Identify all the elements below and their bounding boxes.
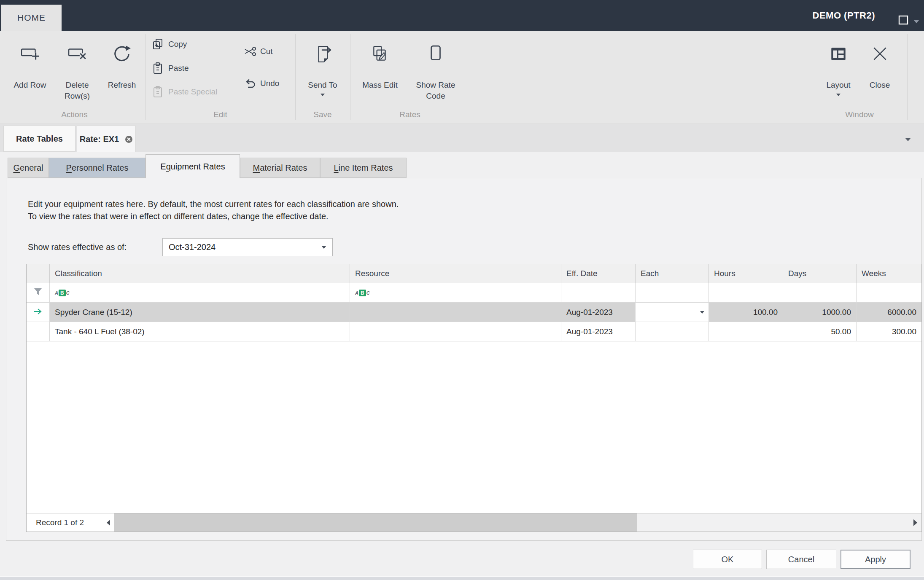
cell-each[interactable]	[636, 322, 709, 341]
copy-label: Copy	[168, 40, 187, 49]
scrollbar-thumb[interactable]	[114, 513, 637, 532]
filter-cell-days[interactable]	[783, 283, 857, 303]
filter-cell-each[interactable]	[636, 283, 709, 303]
tab-line-item-rates[interactable]: Line Item Rates	[320, 158, 407, 178]
window-restore-icon[interactable]	[898, 15, 908, 27]
layout-label: Layout	[826, 80, 850, 91]
filter-cell-resource[interactable]: ABC	[350, 283, 561, 303]
cell-classification[interactable]: Spyder Crane (15-12)	[50, 303, 350, 322]
record-status: Record 1 of 2	[27, 513, 102, 532]
col-header-days[interactable]: Days	[783, 264, 857, 283]
ok-button[interactable]: OK	[693, 550, 762, 569]
refresh-button[interactable]: Refresh	[101, 34, 143, 107]
tab-personnel-rates[interactable]: Personnel Rates	[49, 158, 145, 178]
close-button[interactable]: Close	[859, 34, 901, 107]
cell-eff-date[interactable]: Aug-01-2023	[561, 322, 636, 341]
tab-label-segment: q	[166, 162, 171, 172]
tab-label-segment: eneral	[20, 163, 43, 173]
grid-corner-cell	[27, 264, 50, 283]
effective-date-value: Oct-31-2024	[169, 242, 216, 252]
text-filter-abc-icon[interactable]: ABC	[55, 290, 70, 296]
col-header-resource[interactable]: Resource	[350, 264, 561, 283]
refresh-icon	[112, 44, 132, 64]
tab-general[interactable]: General	[8, 158, 49, 178]
cell-days[interactable]: 50.00	[783, 322, 857, 341]
mass-edit-button[interactable]: Mass Edit	[356, 34, 404, 107]
filter-cell-eff-date[interactable]	[561, 283, 636, 303]
cell-weeks[interactable]: 300.00	[857, 322, 921, 341]
scroll-right-icon[interactable]	[913, 519, 917, 526]
col-header-classification[interactable]: Classification	[50, 264, 350, 283]
show-rate-code-button[interactable]: Show Rate Code	[406, 34, 466, 107]
doc-tab-rate-ex1-label: Rate: EX1	[80, 134, 119, 144]
ribbon-separator	[145, 34, 146, 120]
send-to-label: Send To	[308, 80, 337, 91]
filter-cell-hours[interactable]	[709, 283, 783, 303]
abc-letter: B	[59, 290, 66, 296]
close-icon	[870, 44, 889, 64]
ribbon: Add Row Delete Row(s) Refresh Actions	[0, 31, 924, 124]
horizontal-scrollbar[interactable]	[114, 513, 921, 532]
cell-each[interactable]	[636, 303, 709, 322]
paste-button[interactable]: Paste	[152, 61, 189, 75]
doc-tabs-caret-icon[interactable]	[905, 138, 911, 141]
send-to-caret-icon	[321, 94, 325, 96]
ribbon-group-window: Window	[812, 109, 907, 120]
layout-button[interactable]: Layout	[815, 34, 862, 107]
filter-cell-weeks[interactable]	[857, 283, 921, 303]
paste-special-icon	[152, 86, 164, 98]
undo-icon	[244, 77, 256, 90]
apply-button[interactable]: Apply	[840, 550, 911, 569]
cell-hours[interactable]	[709, 322, 783, 341]
each-dropdown-editor[interactable]	[636, 303, 708, 322]
dialog-footer: OK Cancel Apply	[0, 541, 924, 576]
add-row-button[interactable]: Add Row	[6, 34, 54, 107]
nav-prev-button[interactable]	[102, 513, 114, 532]
delete-rows-button[interactable]: Delete Row(s)	[54, 34, 101, 107]
tab-label-segment: ersonnel Rates	[72, 163, 129, 173]
table-row[interactable]: Spyder Crane (15-12) Aug-01-2023 100.00 …	[27, 303, 921, 322]
doc-tab-rate-ex1[interactable]: Rate: EX1	[77, 126, 136, 152]
col-header-eff-date[interactable]: Eff. Date	[561, 264, 636, 283]
cell-resource[interactable]	[350, 303, 561, 322]
combo-caret-icon	[321, 246, 326, 249]
refresh-label: Refresh	[108, 80, 136, 91]
doc-tab-rate-tables[interactable]: Rate Tables	[3, 126, 75, 152]
copy-icon	[152, 38, 164, 51]
tab-equipment-rates[interactable]: Equipment Rates	[145, 154, 240, 178]
col-header-each[interactable]: Each	[636, 264, 709, 283]
tab-material-rates[interactable]: Material Rates	[240, 158, 320, 178]
table-row[interactable]: Tank - 640 L Fuel (38-02) Aug-01-2023 50…	[27, 322, 921, 341]
cell-weeks[interactable]: 6000.00	[857, 303, 921, 322]
copy-button[interactable]: Copy	[152, 37, 187, 51]
cut-button[interactable]: Cut	[244, 44, 273, 59]
layout-caret-icon	[836, 94, 840, 96]
filter-cell-classification[interactable]: ABC	[50, 283, 350, 303]
add-row-label: Add Row	[13, 80, 46, 91]
row-focus-arrow-icon	[33, 308, 43, 317]
title-caret-icon[interactable]	[914, 20, 919, 23]
col-header-weeks[interactable]: Weeks	[857, 264, 921, 283]
col-header-hours[interactable]: Hours	[709, 264, 783, 283]
cell-hours[interactable]: 100.00	[709, 303, 783, 322]
cell-eff-date[interactable]: Aug-01-2023	[561, 303, 636, 322]
undo-button[interactable]: Undo	[244, 76, 279, 91]
send-to-button[interactable]: Send To	[300, 34, 345, 107]
cell-resource[interactable]	[350, 322, 561, 341]
tab-label-segment: M	[253, 163, 260, 173]
text-filter-abc-icon[interactable]: ABC	[355, 290, 370, 296]
ribbon-separator	[907, 34, 908, 120]
cell-classification[interactable]: Tank - 640 L Fuel (38-02)	[50, 322, 350, 341]
ribbon-group-rates: Rates	[350, 109, 470, 120]
layout-icon	[829, 44, 848, 64]
each-dropdown-caret-icon[interactable]	[700, 311, 704, 314]
abc-letter: C	[366, 290, 370, 295]
tab-label-segment: uipment Rates	[171, 162, 225, 172]
effective-date-combobox[interactable]: Oct-31-2024	[162, 238, 333, 256]
cancel-button[interactable]: Cancel	[766, 550, 836, 569]
cell-days[interactable]: 1000.00	[783, 303, 857, 322]
doc-tab-close-icon[interactable]	[125, 135, 133, 143]
tab-label-segment: G	[13, 163, 20, 173]
ribbon-separator	[350, 34, 350, 120]
ribbon-tab-home[interactable]: HOME	[1, 5, 62, 31]
